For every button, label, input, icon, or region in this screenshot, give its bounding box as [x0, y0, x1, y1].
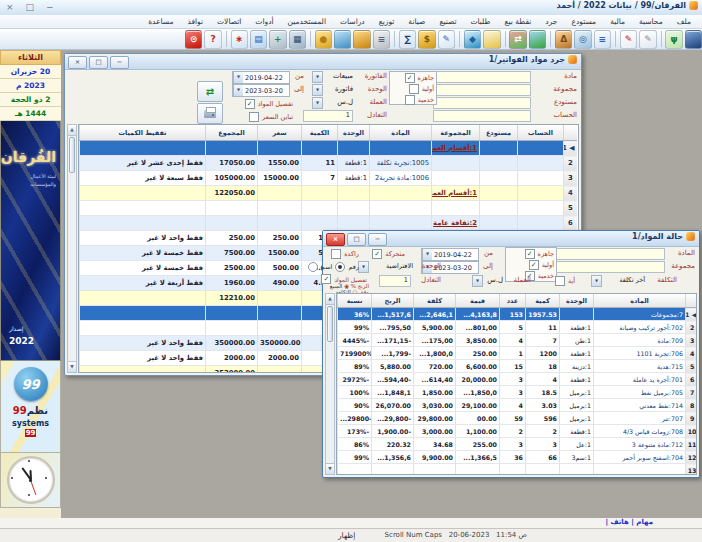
table-row[interactable]: 10708:زومات قياس 4/31:قطعة221,100.003,00…: [338, 425, 698, 438]
service-checkbox[interactable]: خدمية: [388, 95, 434, 105]
column-header[interactable]: [686, 294, 698, 308]
table-row[interactable]: 7705:برميل نفط1:برميل18.53...1,850,01,85…: [338, 386, 698, 399]
from-dropdown-icon[interactable]: ▼: [422, 249, 432, 260]
column-header[interactable]: الربح: [372, 294, 414, 308]
column-header[interactable]: الكمية: [302, 125, 338, 141]
column-header[interactable]: الوحدة: [560, 294, 594, 308]
backwin-vscrollbar[interactable]: ▲ ▼: [67, 124, 77, 373]
app-minimize-icon[interactable]: −: [46, 1, 54, 13]
quick-links[interactable]: مهام | هاتف |: [605, 518, 653, 526]
backwin-titlebar[interactable]: جرد مواد الفواتير/1 × □ −: [65, 54, 581, 70]
invoice-value[interactable]: مبيعات: [333, 72, 353, 80]
help-search-icon[interactable]: ?: [204, 30, 221, 49]
table-row[interactable]: 62:ثقافة عامة: [80, 216, 577, 231]
scroll-down-icon[interactable]: ▼: [68, 361, 76, 372]
warehouse-input[interactable]: [433, 97, 531, 109]
palms-icon[interactable]: ψ: [665, 30, 682, 49]
app-restore-icon[interactable]: □: [26, 1, 35, 13]
database-icon[interactable]: +: [269, 30, 286, 49]
unit-value[interactable]: فاتورة: [335, 85, 353, 93]
menu-item-دراسات[interactable]: دراسات: [333, 17, 372, 26]
unit-dropdown-icon[interactable]: ▼: [312, 84, 323, 96]
scroll-up-icon[interactable]: ▲: [326, 294, 334, 305]
cost-dropdown-icon[interactable]: ▼: [591, 275, 602, 287]
frontwin-restore-icon[interactable]: □: [347, 233, 366, 246]
menu-item-جرد[interactable]: جرد: [538, 17, 564, 26]
column-header[interactable]: مستودع: [480, 125, 518, 141]
table-row[interactable]: 5: [80, 201, 577, 216]
column-header[interactable]: الحساب: [518, 125, 564, 141]
cube-icon[interactable]: [529, 30, 546, 49]
shutdown-icon[interactable]: ⊙: [185, 30, 202, 49]
sum-icon[interactable]: ∑: [399, 30, 416, 49]
red-pen-icon[interactable]: ✎: [620, 30, 637, 49]
number-radio[interactable]: [335, 262, 345, 272]
column-header[interactable]: تقفيط الكميات: [80, 125, 206, 141]
price-variance-checkbox[interactable]: تباين السعر: [249, 112, 293, 122]
calculator-icon[interactable]: ▦: [289, 30, 306, 49]
refresh-button[interactable]: ⇄: [197, 81, 223, 102]
table-row[interactable]: 6701:أجرة يد عاملة1:قطعة4320,000.00...61…: [338, 373, 698, 386]
any-currency-checkbox[interactable]: أية: [555, 276, 575, 286]
gem-icon[interactable]: ◆: [464, 30, 481, 49]
transfer-icon[interactable]: ⇄: [509, 30, 526, 49]
detail-materials-checkbox[interactable]: تفصيل المواد✓: [245, 99, 293, 109]
menu-item-توزيع[interactable]: توزيع: [372, 17, 402, 26]
stagnant-checkbox[interactable]: راكدة: [331, 249, 359, 259]
backwin-close-icon[interactable]: ×: [68, 56, 87, 69]
table-row[interactable]: 13: [338, 464, 698, 476]
account-input[interactable]: [433, 110, 531, 122]
column-header[interactable]: المادة: [370, 125, 432, 141]
frontwin-vscrollbar[interactable]: ▲ ▼: [325, 293, 335, 475]
table-row[interactable]: 3709:مادة1:طن743,850.00...175,00...171,1…: [338, 334, 698, 347]
table-row[interactable]: 9707:تنر1:برميل5965900.0029,800.00...29,…: [338, 412, 698, 425]
name-radio[interactable]: [308, 262, 318, 272]
currency-value[interactable]: ل.س: [487, 276, 503, 284]
moving-checkbox[interactable]: متحركة✓: [372, 249, 405, 259]
menu-item-اتصالات[interactable]: اتصالات: [210, 17, 248, 26]
menu-item-مالية[interactable]: مالية: [603, 17, 632, 26]
frontwin-table[interactable]: المادةالوحدةكميةعددقيمةكلفةالربحنسبة◀ 17…: [336, 293, 697, 475]
backwin-restore-icon[interactable]: □: [89, 56, 108, 69]
cart-icon[interactable]: [483, 30, 500, 49]
parity-input[interactable]: 1: [379, 275, 411, 287]
table-row[interactable]: 11712:مادة متنوعة 31:عل33255.0034.68220.…: [338, 438, 698, 451]
inspect-icon[interactable]: ◎: [574, 30, 591, 49]
print-button[interactable]: [197, 103, 223, 124]
table-row[interactable]: 8714:نفط معدني1:برميل3.03429,100.003,030…: [338, 399, 698, 412]
table-row[interactable]: 31006:مادة تجربة21:قطعة715000.00105000.0…: [80, 171, 577, 186]
scroll-up-icon[interactable]: ▲: [68, 125, 76, 136]
menu-item-نوافذ[interactable]: نوافذ: [180, 17, 210, 26]
table-row[interactable]: 41:أقسام العمل122050.00: [80, 186, 577, 201]
scroll-thumb[interactable]: [327, 306, 333, 342]
menu-item-صيانة[interactable]: صيانة: [401, 17, 432, 26]
menu-item-محاسبة[interactable]: محاسبة: [632, 17, 670, 26]
group-input[interactable]: [555, 261, 665, 273]
parity-input[interactable]: 1: [303, 110, 353, 122]
table-row[interactable]: 12704:اسفنج سوبر أحمر1:سم36636...1,366,5…: [338, 451, 698, 464]
menu-item-مساعدة[interactable]: مساعدة: [141, 17, 180, 26]
column-header[interactable]: قيمة: [456, 294, 500, 308]
column-header[interactable]: كلفة: [414, 294, 456, 308]
from-date-combo[interactable]: ▼ 2019-04-22: [232, 71, 290, 84]
currency-dropdown-icon[interactable]: ▼: [312, 97, 323, 109]
column-header[interactable]: المجموعة: [432, 125, 480, 141]
from-date-combo[interactable]: ▼ 2019-04-22: [421, 248, 479, 261]
column-header[interactable]: نسبة: [338, 294, 372, 308]
unit-dropdown-icon[interactable]: ▼: [358, 261, 369, 273]
new-invoice-icon[interactable]: ∗: [231, 30, 248, 49]
table-row[interactable]: 21005:تجربة تكلفة1:قطعة111550.0017050.00…: [80, 156, 577, 171]
users-icon[interactable]: [334, 30, 351, 49]
column-header[interactable]: عدد: [500, 294, 526, 308]
material-input[interactable]: [555, 248, 665, 260]
list-icon[interactable]: ≡: [594, 30, 611, 49]
invoice-dropdown-icon[interactable]: ▼: [312, 71, 323, 83]
menu-item-طلبات[interactable]: طلبات: [464, 17, 498, 26]
from-dropdown-icon[interactable]: ▼: [233, 72, 243, 83]
raw-checkbox[interactable]: أولية: [388, 84, 434, 94]
show-label[interactable]: إظهار: [338, 531, 355, 540]
currency-value[interactable]: ل.س: [337, 98, 353, 106]
moneybag-icon[interactable]: $: [418, 30, 435, 49]
fax-icon[interactable]: ≡: [373, 30, 390, 49]
ready-checkbox[interactable]: جاهزة✓: [504, 249, 554, 259]
